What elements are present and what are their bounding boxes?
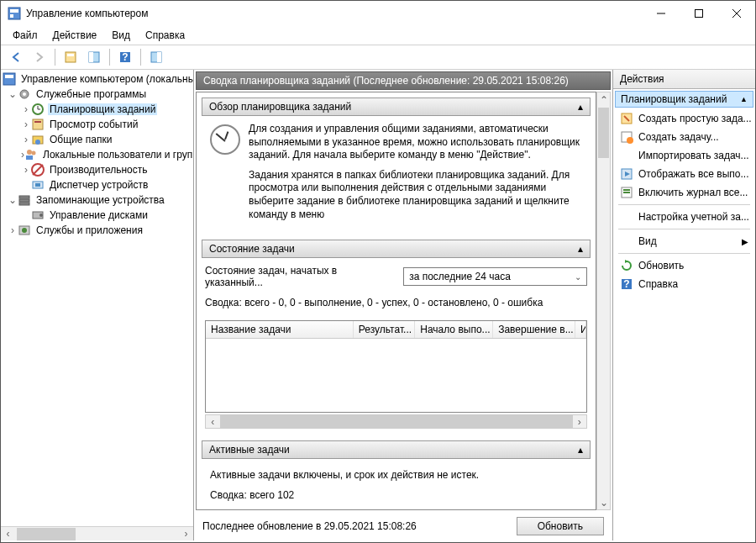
scroll-thumb[interactable] — [598, 108, 609, 158]
svg-rect-8 — [67, 54, 74, 56]
tree-label: Просмотр событий — [48, 119, 139, 130]
tree-shared-folders[interactable]: › Общие папки — [1, 132, 193, 147]
scroll-left-icon[interactable]: ‹ — [1, 527, 15, 541]
scroll-right-icon[interactable]: › — [179, 527, 193, 541]
actions-pane: Действия Планировщик заданий ▲ Создать п… — [612, 70, 755, 540]
help-button[interactable]: ? — [115, 47, 135, 67]
action-label: Обновить — [638, 260, 684, 272]
action-create-basic[interactable]: Создать простую зада... — [613, 109, 755, 128]
menu-action[interactable]: Действие — [46, 28, 104, 43]
action-account-config[interactable]: Настройка учетной за... — [613, 208, 755, 226]
svg-point-18 — [23, 92, 26, 96]
collapse-icon[interactable]: ▴ — [578, 243, 583, 255]
scroll-up-icon[interactable]: ⌃ — [597, 92, 610, 107]
expand-icon[interactable]: › — [8, 224, 18, 236]
svg-rect-10 — [89, 52, 93, 62]
tree-label: Диспетчер устройств — [48, 179, 150, 191]
tree-local-users[interactable]: › Локальные пользователи и группы — [1, 147, 193, 162]
action-label: Создать задачу... — [638, 131, 719, 143]
action-show-running[interactable]: Отображать все выпо... — [613, 165, 755, 183]
action-label: Вид — [638, 235, 657, 247]
action-label: Отображать все выпо... — [638, 168, 749, 180]
view3-button[interactable] — [146, 47, 166, 67]
horizontal-scrollbar[interactable]: ‹ › — [205, 414, 587, 429]
tree-storage[interactable]: ⌄ Запоминающие устройства — [1, 192, 193, 208]
tree-event-viewer[interactable]: › Просмотр событий — [1, 117, 193, 132]
menu-file[interactable]: Файл — [6, 28, 45, 43]
status-period-dropdown[interactable]: за последние 24 часа ⌄ — [403, 267, 587, 286]
task-icon — [620, 130, 633, 144]
forward-button[interactable] — [29, 47, 50, 67]
collapse-icon[interactable]: ▴ — [578, 101, 583, 113]
column-header-result[interactable]: Результат... — [354, 321, 415, 338]
svg-text:?: ? — [122, 51, 128, 63]
tree-pane: Управление компьютером (локальный ⌄ Служ… — [1, 70, 194, 540]
collapse-icon[interactable]: ▴ — [578, 444, 583, 456]
column-header-name[interactable]: Название задачи — [206, 321, 354, 338]
expand-icon[interactable]: › — [21, 164, 31, 176]
tree-performance[interactable]: › Производительность — [1, 162, 193, 177]
svg-rect-47 — [623, 192, 630, 193]
scroll-thumb[interactable] — [17, 528, 76, 540]
expand-icon[interactable]: › — [21, 119, 31, 130]
scroll-thumb[interactable] — [220, 415, 573, 428]
chevron-up-icon: ▲ — [740, 95, 748, 103]
svg-rect-35 — [19, 203, 29, 205]
view2-button[interactable] — [84, 47, 104, 67]
refresh-icon — [620, 259, 633, 272]
tree-device-manager[interactable]: Диспетчер устройств — [1, 177, 193, 192]
close-button[interactable] — [717, 1, 755, 26]
back-button[interactable] — [6, 47, 26, 67]
horizontal-scrollbar[interactable]: ‹ › — [1, 526, 193, 540]
svg-point-26 — [27, 150, 32, 155]
overview-text-1: Для создания и управления общими задания… — [249, 123, 582, 162]
svg-point-25 — [35, 140, 40, 145]
dropdown-value: за последние 24 часа — [409, 271, 511, 282]
svg-rect-34 — [19, 199, 29, 202]
wizard-icon — [620, 112, 633, 125]
action-help[interactable]: ? Справка — [613, 275, 755, 293]
svg-point-42 — [627, 137, 633, 144]
expand-icon[interactable]: › — [21, 103, 31, 115]
scroll-right-icon[interactable]: › — [573, 415, 587, 428]
action-view[interactable]: Вид ▶ — [613, 232, 755, 250]
expand-icon[interactable]: ⌄ — [8, 194, 18, 206]
column-header-start[interactable]: Начало выпо... — [415, 321, 493, 338]
expand-icon[interactable]: › — [21, 134, 31, 145]
scroll-down-icon[interactable]: ⌄ — [597, 495, 610, 509]
expand-icon[interactable]: ⌄ — [8, 88, 18, 100]
tree-label: Служебные программы — [34, 88, 148, 100]
refresh-button[interactable]: Обновить — [517, 517, 604, 535]
tree-task-scheduler[interactable]: › Планировщик заданий — [1, 102, 193, 117]
performance-icon — [31, 163, 45, 177]
tree-root[interactable]: Управление компьютером (локальный — [1, 71, 193, 87]
vertical-scrollbar[interactable]: ⌃ ⌄ — [596, 92, 611, 510]
menu-help[interactable]: Справка — [139, 28, 192, 43]
computer-icon — [3, 72, 16, 86]
storage-icon — [18, 193, 31, 207]
column-header-init[interactable]: И — [575, 321, 586, 338]
refresh-label: Обновить — [538, 520, 583, 532]
center-pane: Сводка планировщика заданий (Последнее о… — [194, 70, 612, 540]
view1-button[interactable] — [60, 47, 81, 67]
action-create-task[interactable]: Создать задачу... — [613, 128, 755, 146]
svg-rect-2 — [10, 14, 13, 18]
tree-disk-management[interactable]: Управление дисками — [1, 208, 193, 223]
tree-services-apps[interactable]: › Службы и приложения — [1, 223, 193, 238]
actions-subtitle[interactable]: Планировщик заданий ▲ — [615, 91, 753, 108]
section-title: Состояние задачи — [209, 243, 295, 255]
active-section-header[interactable]: Активные задачи ▴ — [202, 440, 591, 459]
overview-section-header[interactable]: Обзор планировщика заданий ▴ — [202, 98, 591, 116]
action-refresh[interactable]: Обновить — [613, 256, 755, 275]
column-header-end[interactable]: Завершение в... — [493, 321, 575, 338]
action-import-task[interactable]: Импортировать задач... — [613, 146, 755, 165]
minimize-button[interactable] — [642, 1, 680, 26]
menu-view[interactable]: Вид — [105, 28, 137, 43]
summary-header: Сводка планировщика заданий (Последнее о… — [196, 71, 611, 90]
tree-system-tools[interactable]: ⌄ Служебные программы — [1, 87, 193, 102]
action-enable-history[interactable]: Включить журнал все... — [613, 183, 755, 202]
status-section-header[interactable]: Состояние задачи ▴ — [202, 240, 591, 258]
scroll-left-icon[interactable]: ‹ — [206, 415, 220, 428]
action-label: Справка — [638, 278, 678, 290]
maximize-button[interactable] — [680, 1, 717, 26]
